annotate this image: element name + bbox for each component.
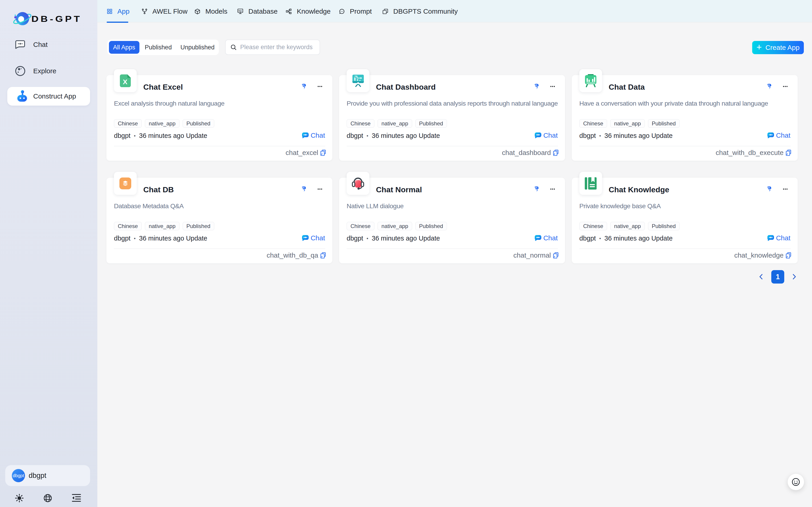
svg-text:DB-GPT: DB-GPT	[32, 14, 82, 24]
svg-text:SQL: SQL	[238, 10, 242, 12]
svg-text:X: X	[123, 78, 127, 86]
